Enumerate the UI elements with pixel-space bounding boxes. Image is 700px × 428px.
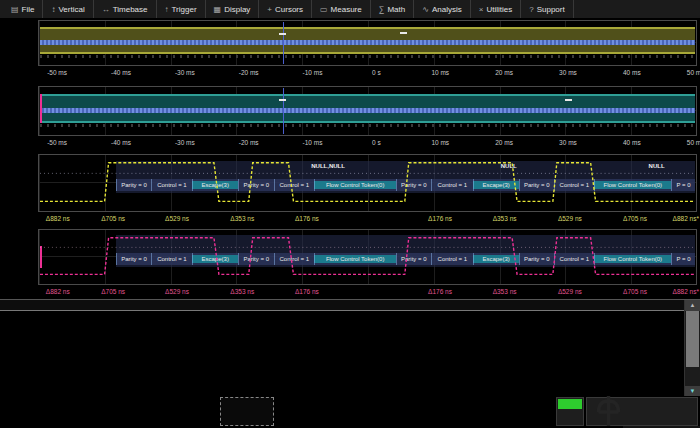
add-trace-button[interactable] — [220, 397, 274, 426]
axis-tick-label: -50 ms — [47, 69, 67, 76]
waveform-grid-z2[interactable]: Parity = 0Control = 1Escape(3)Parity = 0… — [38, 229, 697, 285]
m3-marker — [279, 99, 286, 101]
y-axis-z1 — [0, 154, 38, 212]
delta-axis-z2: Δ882 nsΔ705 nsΔ529 nsΔ353 nsΔ176 nsΔ176 … — [38, 285, 697, 299]
delta-tick-label: Δ882 ns — [46, 215, 70, 222]
waveform-grid-z1[interactable]: NULL,NULLNULLNULL Parity = 0Control = 1E… — [38, 154, 697, 212]
y-axis-m1 — [0, 20, 38, 66]
axis-tick-label: 30 ms — [559, 69, 577, 76]
y-axis-bottom-label — [33, 132, 36, 139]
delta-tick-label: Δ353 ns — [230, 215, 254, 222]
axis-tick-label: -50 ms — [47, 139, 67, 146]
y-axis-bottom-label — [33, 208, 36, 215]
axis-tick-label: 40 ms — [623, 69, 641, 76]
delta-tick-label: Δ705 ns — [101, 288, 125, 295]
menu-item-support[interactable]: ?Support — [521, 0, 573, 18]
delta-tick-label: Δ176 ns — [295, 215, 319, 222]
menu-item-measure[interactable]: ▭Measure — [312, 0, 371, 18]
delta-tick-label: Δ529 ns — [165, 288, 189, 295]
menu-item-math[interactable]: ∑Math — [371, 0, 415, 18]
z1-waveform-trace — [40, 156, 695, 210]
math-sigma-icon: ∑ — [379, 5, 385, 14]
hd-badge — [558, 399, 582, 409]
delta-tick-label: Δ705 ns — [101, 215, 125, 222]
file-icon: ▤ — [11, 5, 19, 14]
y-axis-bottom-label — [33, 281, 36, 288]
y-axis-z2 — [0, 229, 38, 285]
axis-tick-label: 20 ms — [495, 139, 513, 146]
delta-tick-label: Δ353 ns — [493, 288, 517, 295]
m1-blue-stripe — [40, 40, 695, 45]
menu-item-label: Math — [387, 5, 405, 14]
axis-tick-label: -30 ms — [175, 69, 195, 76]
menu-item-label: Measure — [331, 5, 362, 14]
y-axis-bottom-label — [33, 62, 36, 69]
menu-item-file[interactable]: ▤File — [3, 0, 43, 18]
axis-tick-label: 0 s — [372, 69, 381, 76]
menu-item-timebase[interactable]: ↔Timebase — [94, 0, 157, 18]
m1-tick-row — [40, 55, 695, 58]
menu-item-trigger[interactable]: ↑Trigger — [157, 0, 206, 18]
delta-tick-label: Δ705 ns — [623, 215, 647, 222]
menu-item-cursors[interactable]: +Cursors — [259, 0, 312, 18]
axis-tick-label: -10 ms — [303, 69, 323, 76]
etalon-logo-watermark — [594, 395, 700, 428]
measure-ruler-icon: ▭ — [320, 5, 328, 14]
menu-item-label: Analysis — [432, 5, 462, 14]
oscilloscope-app-window: ▤File↕Vertical↔Timebase↑Trigger▦Display+… — [0, 0, 700, 428]
zoom-panel-z2: Parity = 0Control = 1Escape(3)Parity = 0… — [0, 229, 700, 298]
menu-item-analysis[interactable]: ∿Analysis — [414, 0, 471, 18]
waveform-grid-m3[interactable] — [38, 86, 697, 136]
menu-item-display[interactable]: ▦Display — [206, 0, 260, 18]
delta-tick-label: Δ529 ns — [558, 288, 582, 295]
waveform-panel-m1: -50 ms-40 ms-30 ms-20 ms-10 ms0 s10 ms20… — [0, 20, 700, 84]
delta-tick-label: Δ882 ns* — [673, 288, 699, 295]
waveform-grid-m1[interactable] — [38, 20, 697, 66]
scrollbar-thumb[interactable] — [686, 311, 699, 367]
delta-axis-z1: Δ882 nsΔ705 nsΔ529 nsΔ353 nsΔ176 nsΔ176 … — [38, 212, 697, 226]
menu-item-label: Timebase — [113, 5, 148, 14]
table-header — [0, 300, 700, 311]
vertical-arrows-icon: ↕ — [51, 5, 55, 14]
trigger-arrow-icon: ↑ — [165, 5, 169, 14]
axis-tick-label: 50 ms — [687, 139, 700, 146]
delta-tick-label: Δ353 ns — [230, 288, 254, 295]
utilities-icon: × — [479, 5, 484, 14]
axis-tick-label: 50 ms — [687, 69, 700, 76]
axis-tick-label: 30 ms — [559, 139, 577, 146]
menu-item-label: Trigger — [172, 5, 197, 14]
menu-item-utilities[interactable]: ×Utilities — [471, 0, 521, 18]
axis-tick-label: 0 s — [372, 139, 381, 146]
delta-tick-label: Δ176 ns — [295, 288, 319, 295]
menu-item-label: Cursors — [275, 5, 303, 14]
support-help-icon: ? — [529, 5, 533, 14]
y-axis-m3 — [0, 86, 38, 136]
axis-tick-label: 40 ms — [623, 139, 641, 146]
table-scrollbar[interactable]: ▲ ▼ — [684, 300, 700, 397]
z2-waveform-trace — [40, 231, 695, 283]
time-axis-m3: -50 ms-40 ms-30 ms-20 ms-10 ms0 s10 ms20… — [38, 136, 697, 150]
axis-tick-label: 10 ms — [431, 69, 449, 76]
time-axis-m1: -50 ms-40 ms-30 ms-20 ms-10 ms0 s10 ms20… — [38, 66, 697, 80]
delta-tick-label: Δ705 ns — [623, 288, 647, 295]
menu-bar: ▤File↕Vertical↔Timebase↑Trigger▦Display+… — [0, 0, 700, 19]
zoom-panel-z1: NULL,NULLNULLNULL Parity = 0Control = 1E… — [0, 154, 700, 228]
axis-tick-label: 10 ms — [431, 139, 449, 146]
menu-item-label: Display — [224, 5, 250, 14]
axis-tick-label: -40 ms — [111, 139, 131, 146]
axis-tick-label: -10 ms — [303, 139, 323, 146]
delta-tick-label: Δ353 ns — [493, 215, 517, 222]
decode-table: ▲ ▼ — [0, 299, 700, 397]
axis-tick-label: -30 ms — [175, 139, 195, 146]
delta-tick-label: Δ176 ns — [428, 215, 452, 222]
menu-item-vertical[interactable]: ↕Vertical — [43, 0, 93, 18]
axis-tick-label: -40 ms — [111, 69, 131, 76]
menu-item-label: Vertical — [58, 5, 84, 14]
menu-item-label: Support — [537, 5, 565, 14]
scroll-up-icon[interactable]: ▲ — [685, 300, 700, 311]
m3-tick-row — [40, 124, 695, 127]
menu-item-label: File — [22, 5, 35, 14]
trident-icon — [595, 395, 622, 428]
m1-marker — [400, 32, 407, 34]
axis-tick-label: -20 ms — [239, 139, 259, 146]
